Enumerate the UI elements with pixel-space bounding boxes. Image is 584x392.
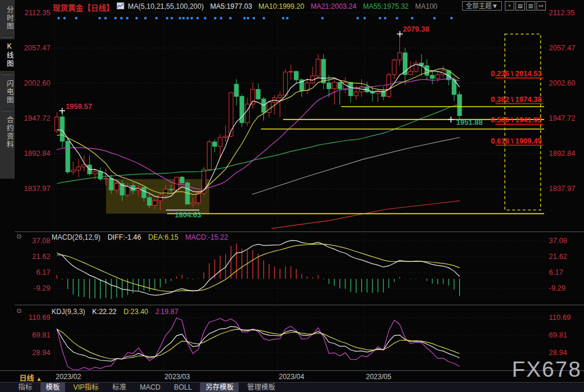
cross-marker [397,31,403,37]
tab-6[interactable]: 另存模板 [200,383,239,392]
candle-body [66,141,70,172]
tab-3[interactable]: 标准 [107,383,131,392]
candle-body [392,60,396,74]
event-dot [396,17,398,19]
ma-legend-item-1: MA5:1977.03 [210,2,252,11]
kdj-panel-icon[interactable]: ⊙ [16,307,22,315]
candle-body [251,89,255,104]
macd-axis-label: -9.29 [549,284,566,292]
candle-body [409,71,413,74]
event-dot [104,17,107,19]
theme-dropdown[interactable]: 全部主题▼ [462,1,502,11]
event-dot [247,17,249,19]
sidebar-item-0[interactable]: 分时图 [0,3,15,33]
price-annotation-2: 1951.88 [456,118,483,127]
kdj-j-line [57,318,460,370]
sidebar-separator [2,109,12,111]
candle-body [457,94,461,115]
event-dot [182,17,185,19]
event-dot [263,17,265,19]
kdj-header: KDJ(9,3,3)K:22.22D:23.40J:19.87 [52,308,185,316]
price-axis-label: 2112.35 [25,9,50,17]
candle-body [289,71,293,72]
candle-body [338,82,342,88]
layout-grid-icon[interactable]: ▤ [515,1,525,11]
candle-body [327,83,331,89]
tab-5[interactable]: BOLL [169,383,198,392]
ma-legend-item-0: MA(5,10,21,55,100,200) [128,2,203,11]
event-dot [282,17,284,19]
tab-2[interactable]: VIP指标 [68,383,104,392]
event-dot [171,17,173,19]
candle-body [256,89,260,98]
bottom-tab-bar: 指标模板VIP指标标准MACDBOLL另存模板管理模板 [0,382,584,392]
layout-columns-icon[interactable]: ▥ [526,1,535,11]
event-dot [411,17,413,19]
event-dot [253,17,255,19]
candle-body [55,117,59,131]
event-dot [179,17,181,19]
event-dot [321,17,324,19]
candle-body [164,189,168,195]
price-axis-label: 2002.60 [24,79,50,87]
symbol-title: 现货黄金【日线】 [53,2,114,13]
fib-label-3: 0.618 \ 1909.49 [491,137,542,145]
candle-body [387,74,391,96]
candle-body [191,203,195,204]
collapse-right-icon[interactable]: ↦ [537,1,546,11]
candle-body [147,197,151,205]
kdj-axis-label: 28.94 [32,349,50,357]
tab-1[interactable]: 模板 [40,383,65,392]
tab-7[interactable]: 管理模板 [242,383,280,392]
event-dot [191,17,193,19]
price-axis-label: 2002.60 [549,79,575,87]
event-dot [433,17,436,19]
ma-legend-item-4: MA55:1975.32 [363,2,409,11]
candle-body [229,93,233,136]
ma200-line [271,201,460,229]
macd-panel-icon[interactable]: ⊙ [16,233,22,240]
macd-axis-label: 6.17 [36,268,50,277]
price-annotation-1: 2079.38 [403,25,429,33]
candle-body [218,138,222,146]
kdj-axis-label: 28.94 [549,349,567,357]
price-axis-label: 1837.97 [24,185,50,193]
sidebar-item-3[interactable]: 合约资料 [0,113,15,152]
ma100-line [252,138,460,195]
event-dot [57,17,60,19]
candle-body [93,171,97,173]
tab-4[interactable]: MACD [134,383,165,392]
candle-body [77,167,81,170]
event-dot [204,17,206,19]
macd-axis-label: 21.62 [549,253,567,261]
event-dot [135,17,138,19]
sidebar-item-2[interactable]: 闪电图 [0,77,15,107]
price-axis-label: 1837.97 [549,185,575,193]
cross-marker [448,117,454,122]
price-axis-label: 1892.84 [24,149,50,158]
candle-body [196,193,201,203]
candle-body [283,72,287,95]
macd-header-part-0: MACD(26,12,9) [52,233,100,241]
event-dot [356,17,359,19]
event-dot [364,17,366,19]
sidebar-item-1[interactable]: K线图 [0,39,15,71]
event-dot [196,17,199,19]
crosshair-icon[interactable]: + [505,1,514,11]
event-dot [99,17,101,19]
tab-0[interactable]: 指标 [13,383,38,392]
event-dot [214,17,216,19]
kdj-axis-label: 110.69 [29,313,50,322]
event-dot [450,17,453,19]
event-dot [144,17,147,19]
candle-body [245,104,249,123]
chart-canvas[interactable]: 0.236 \ 2014.530.382 \ 1974.380.500 \ 19… [0,0,584,392]
kdj-axis-label: 69.81 [32,331,50,339]
kdj-header-part-0: KDJ(9,3,3) [52,308,85,316]
event-dot [114,17,117,19]
event-dot [126,17,128,19]
date-axis-bar: 日线 ▲ 2023/022023/032023/042023/05 [0,370,584,383]
event-dot [166,17,168,19]
candle-body [180,177,184,183]
candle-body [115,183,119,190]
